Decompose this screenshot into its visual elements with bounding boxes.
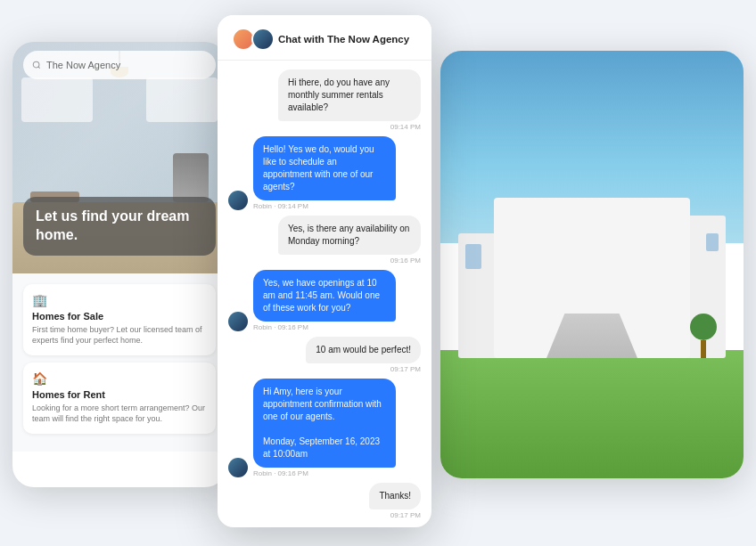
svg-line-1 xyxy=(38,66,40,68)
message-3: Yes, is there any availability on Monday… xyxy=(228,216,421,265)
agent-avatar-6 xyxy=(228,458,248,477)
message-2: Hello! Yes we do, would you like to sche… xyxy=(228,136,421,210)
hero-text: Let us find your dream home. xyxy=(36,208,203,245)
svg-point-0 xyxy=(33,61,39,68)
chat-header: Chat with The Now Agency xyxy=(218,15,431,61)
window-2 xyxy=(706,233,719,251)
homes-for-sale-desc: First time home buyer? Let our licensed … xyxy=(32,324,207,346)
homes-for-sale-icon: 🏢 xyxy=(32,293,207,307)
homes-for-sale-title: Homes for Sale xyxy=(32,311,207,322)
scene: The Now Agency Let us find your dream ho… xyxy=(12,15,744,532)
house-photo xyxy=(440,51,744,478)
tree-trunk xyxy=(701,340,706,358)
tree xyxy=(690,318,717,358)
tree-top xyxy=(690,314,717,340)
bubble-4: Yes, we have openings at 10 am and 11:45… xyxy=(253,270,396,322)
kitchen-cabinet-top-left xyxy=(21,77,93,122)
message-6: Hi Amy, here is your appointment confirm… xyxy=(228,379,421,477)
right-panel-house xyxy=(440,51,744,478)
sender-4: Robin · 09:16 PM xyxy=(253,323,308,331)
hero-image: The Now Agency Let us find your dream ho… xyxy=(12,42,226,273)
agent-avatar-4 xyxy=(228,312,248,331)
listing-card-rent[interactable]: 🏠 Homes for Rent Looking for a more shor… xyxy=(23,363,216,434)
message-1: Hi there, do you have any monthly summer… xyxy=(228,69,421,131)
ground xyxy=(440,350,744,478)
message-4: Yes, we have openings at 10 am and 11:45… xyxy=(228,270,421,331)
search-icon xyxy=(32,61,41,69)
kitchen-appliance xyxy=(173,153,209,202)
time-1: 09:14 PM xyxy=(390,123,421,131)
chat-messages-list[interactable]: Hi there, do you have any monthly summer… xyxy=(218,61,431,527)
message-5: 10 am would be perfect! 09:17 PM xyxy=(228,337,421,373)
bubble-1: Hi there, do you have any monthly summer… xyxy=(278,69,421,121)
time-5: 09:17 PM xyxy=(390,365,421,373)
agent-avatar-2 xyxy=(228,191,248,210)
search-placeholder: The Now Agency xyxy=(46,60,120,70)
window-1 xyxy=(465,244,481,269)
bubble-3: Yes, is there any availability on Monday… xyxy=(278,216,421,255)
bubble-7: Thanks! xyxy=(369,483,421,509)
bubble-2: Hello! Yes we do, would you like to sche… xyxy=(253,136,396,200)
avatar-second xyxy=(251,28,275,51)
left-panel-body: 🏢 Homes for Sale First time home buyer? … xyxy=(12,273,226,452)
homes-for-rent-desc: Looking for a more short term arrangemen… xyxy=(32,403,207,425)
chat-header-avatars xyxy=(232,28,271,51)
sender-6: Robin · 09:16 PM xyxy=(253,469,308,477)
left-panel-mobile-app: The Now Agency Let us find your dream ho… xyxy=(12,42,226,487)
kitchen-cabinet-top-right xyxy=(146,77,218,122)
chat-panel: Chat with The Now Agency Hi there, do yo… xyxy=(218,15,431,527)
homes-for-rent-title: Homes for Rent xyxy=(32,389,207,400)
hero-text-box: Let us find your dream home. xyxy=(23,197,216,256)
sender-2: Robin · 09:14 PM xyxy=(253,202,308,210)
search-bar[interactable]: The Now Agency xyxy=(23,51,216,79)
listing-card-sale[interactable]: 🏢 Homes for Sale First time home buyer? … xyxy=(23,284,216,355)
bubble-5: 10 am would be perfect! xyxy=(306,337,421,363)
homes-for-rent-icon: 🏠 xyxy=(32,371,207,386)
time-7: 09:17 PM xyxy=(390,511,421,519)
chat-header-title: Chat with The Now Agency xyxy=(278,34,409,45)
bubble-6: Hi Amy, here is your appointment confirm… xyxy=(253,379,396,468)
message-7: Thanks! 09:17 PM xyxy=(228,483,421,519)
time-3: 09:16 PM xyxy=(390,257,421,265)
